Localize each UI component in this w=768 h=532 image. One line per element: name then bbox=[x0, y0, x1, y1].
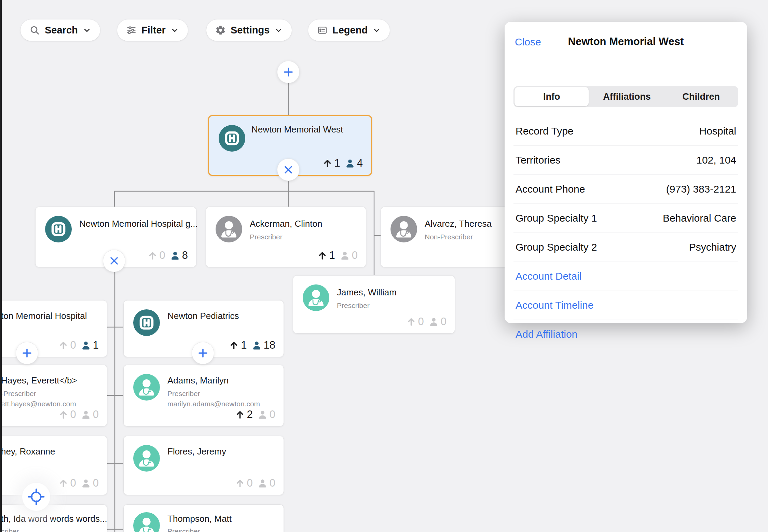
hospital-icon bbox=[219, 125, 245, 152]
filter-sliders-icon bbox=[126, 25, 137, 36]
settings-button-label: Settings bbox=[231, 25, 270, 36]
field-label: Account Phone bbox=[516, 183, 585, 195]
field-label: Territories bbox=[516, 154, 561, 166]
node-name: Newton Memorial Hospital g... bbox=[79, 219, 198, 229]
crosshair-icon bbox=[27, 488, 45, 506]
member-count: 0 bbox=[258, 408, 275, 421]
tab-children[interactable]: Children bbox=[664, 86, 738, 107]
member-count: 0 bbox=[429, 316, 447, 328]
link-label: Account Timeline bbox=[516, 299, 593, 311]
add-affiliation-link[interactable]: Add Affiliation bbox=[513, 320, 738, 349]
add-parent-button[interactable] bbox=[277, 61, 299, 83]
search-button[interactable]: Search bbox=[20, 19, 100, 41]
info-field-list: Record Type Hospital Territories 102, 10… bbox=[513, 117, 738, 349]
filter-button[interactable]: Filter bbox=[117, 19, 188, 41]
up-arrow-icon bbox=[317, 251, 327, 261]
node-subtitle: -Prescriber bbox=[1, 390, 36, 398]
field-value: Hospital bbox=[699, 125, 736, 137]
parent-count: 1 bbox=[229, 339, 247, 351]
hospital-icon bbox=[45, 216, 72, 242]
node-name: Ackerman, Clinton bbox=[250, 219, 322, 229]
close-x-icon bbox=[282, 164, 294, 176]
parent-count: 0 bbox=[406, 316, 424, 328]
parent-count: 0 bbox=[148, 249, 165, 262]
node-name: Newton Memorial West bbox=[251, 124, 343, 135]
node-name: hey, Roxanne bbox=[1, 446, 55, 457]
link-label: Account Detail bbox=[516, 270, 581, 282]
person-icon bbox=[258, 478, 268, 488]
member-count: 1 bbox=[81, 339, 99, 351]
node-name: Newton Pediatrics bbox=[167, 311, 239, 321]
collapse-children-button-nmh-group[interactable] bbox=[103, 250, 125, 272]
tab-affiliations[interactable]: Affiliations bbox=[590, 86, 664, 107]
org-node-thompson-matt[interactable]: Thompson, Matt Prescriber matt.thompson@… bbox=[123, 504, 284, 532]
node-name: Thompson, Matt bbox=[167, 514, 232, 524]
collapse-children-button-root[interactable] bbox=[277, 159, 299, 181]
doctor-avatar bbox=[133, 374, 160, 401]
person-icon bbox=[429, 317, 439, 327]
org-node-roxanne[interactable]: hey, Roxanne 0 0 bbox=[0, 436, 107, 495]
node-counts: 0 1 bbox=[58, 339, 99, 351]
org-node-ackerman-clinton[interactable]: Ackerman, Clinton Prescriber 1 0 bbox=[206, 207, 366, 267]
node-subtitle: Prescriber bbox=[167, 390, 200, 398]
org-node-flores-jeremy[interactable]: Flores, Jeremy 0 0 bbox=[123, 436, 284, 495]
chevron-down-icon bbox=[274, 26, 283, 34]
tab-info[interactable]: Info bbox=[515, 87, 589, 106]
node-subtitle: Non-Prescriber bbox=[425, 233, 473, 241]
up-arrow-icon bbox=[148, 251, 157, 261]
org-node-hayes-everett[interactable]: Hayes, Everett</b> -Prescriber ett.hayes… bbox=[0, 365, 107, 426]
account-timeline-link[interactable]: Account Timeline bbox=[513, 291, 738, 320]
org-node-adams-marilyn[interactable]: Adams, Marilyn Prescriber marilyn.adams@… bbox=[123, 365, 284, 426]
legend-button[interactable]: Legend bbox=[308, 19, 390, 41]
legend-icon bbox=[317, 25, 328, 36]
close-x-icon bbox=[108, 255, 120, 267]
parent-count: 0 bbox=[235, 477, 253, 489]
member-count: 0 bbox=[81, 408, 99, 421]
doctor-avatar bbox=[216, 216, 242, 242]
node-name: Alvarez, Theresa bbox=[425, 219, 492, 229]
expand-children-button-pediatrics[interactable] bbox=[192, 342, 214, 364]
node-subtitle: Prescriber bbox=[250, 233, 283, 241]
node-email: marilyn.adams@newton.com bbox=[167, 400, 260, 408]
field-row-group-specialty-1: Group Specialty 1 Behavioral Care bbox=[513, 204, 738, 233]
person-icon bbox=[170, 251, 180, 261]
up-arrow-icon bbox=[58, 478, 68, 488]
recenter-button[interactable] bbox=[22, 483, 50, 511]
chevron-down-icon bbox=[372, 26, 381, 34]
org-node-james-william[interactable]: James, William Prescriber 0 0 bbox=[293, 275, 455, 334]
node-counts: 2 0 bbox=[235, 408, 276, 421]
plus-icon bbox=[197, 347, 209, 359]
node-name: Adams, Marilyn bbox=[167, 375, 229, 386]
hierarchy-canvas[interactable]: Search Filter Settings Legend Newton Mem… bbox=[0, 0, 768, 532]
settings-button[interactable]: Settings bbox=[206, 19, 292, 41]
up-arrow-icon bbox=[235, 478, 245, 488]
viewport-left-edge bbox=[0, 0, 2, 532]
org-node-ida[interactable]: th, Ida word words words... criber bbox=[0, 504, 107, 532]
expand-children-button-memorial-hospital[interactable] bbox=[16, 342, 38, 364]
parent-count: 0 bbox=[58, 339, 76, 351]
person-icon bbox=[81, 478, 91, 488]
account-detail-link[interactable]: Account Detail bbox=[513, 262, 738, 291]
field-value: Psychiatry bbox=[689, 241, 736, 253]
node-counts: 1 18 bbox=[229, 339, 275, 351]
node-name: ton Memorial Hospital bbox=[1, 311, 87, 321]
person-icon bbox=[81, 340, 91, 350]
parent-count: 1 bbox=[317, 249, 335, 262]
field-row-account-phone: Account Phone (973) 383-2121 bbox=[513, 175, 738, 204]
org-node-memorial-hospital[interactable]: ton Memorial Hospital 0 1 bbox=[0, 300, 107, 357]
person-icon bbox=[340, 251, 350, 261]
member-count: 4 bbox=[345, 157, 363, 169]
member-count: 8 bbox=[170, 249, 188, 262]
node-counts: 0 0 bbox=[235, 477, 276, 489]
field-value: (973) 383-2121 bbox=[666, 183, 736, 195]
search-button-label: Search bbox=[45, 25, 78, 36]
up-arrow-icon bbox=[229, 340, 239, 350]
parent-count: 0 bbox=[58, 408, 76, 421]
filter-button-label: Filter bbox=[141, 25, 166, 36]
field-row-group-specialty-2: Group Specialty 2 Psychiatry bbox=[513, 233, 738, 262]
node-counts: 0 0 bbox=[406, 316, 447, 328]
field-label: Record Type bbox=[516, 125, 574, 137]
up-arrow-icon bbox=[235, 410, 245, 420]
doctor-avatar bbox=[390, 216, 417, 242]
member-count: 0 bbox=[340, 249, 358, 262]
